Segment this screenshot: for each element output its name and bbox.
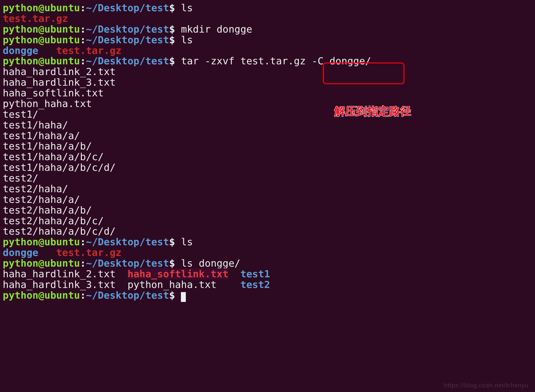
prompt-path: ~/Desktop/test — [86, 55, 169, 67]
terminal-line: python@ubuntu:~/Desktop/test$ mkdir dong… — [3, 24, 532, 35]
terminal-line: haha_softlink.txt — [3, 88, 532, 99]
terminal-line: haha_hardlink_2.txt — [3, 67, 532, 77]
prompt-colon: : — [80, 236, 86, 247]
prompt-path: ~/Desktop/test — [86, 24, 169, 35]
terminal-line: python@ubuntu:~/Desktop/test$ ls — [3, 35, 532, 45]
output-text: test2/haha/a/b/ — [3, 204, 92, 216]
terminal-line: test2/ — [3, 173, 532, 184]
output-text: test2/haha/ — [3, 183, 68, 194]
prompt-dollar: $ — [169, 258, 175, 269]
prompt-dollar: $ — [169, 290, 175, 301]
prompt-user: python@ubuntu — [3, 236, 80, 247]
output-text: test1/haha/a/b/c/ — [3, 151, 104, 162]
terminal-line: test1/haha/a/b/c/ — [3, 152, 532, 162]
prompt-path: ~/Desktop/test — [86, 290, 169, 301]
command-text: ls — [181, 2, 193, 13]
terminal-line: haha_hardlink_2.txt haha_softlink.txt te… — [3, 269, 532, 279]
prompt-path: ~/Desktop/test — [86, 34, 169, 45]
terminal-line: test1/haha/ — [3, 120, 532, 131]
directory-name: test1 — [240, 268, 270, 279]
file-name: haha_hardlink_3.txt — [3, 279, 116, 290]
prompt-path: ~/Desktop/test — [86, 236, 169, 247]
directory-name: test2 — [240, 279, 270, 290]
terminal-line: test1/haha/a/b/ — [3, 141, 532, 152]
file-archive: test.tar.gz — [56, 247, 121, 258]
terminal-line: dongge test.tar.gz — [3, 45, 532, 56]
watermark-label: https://blog.csdn.net/lchenyu — [444, 382, 528, 389]
cursor-icon — [181, 292, 186, 302]
terminal-line: test.tar.gz — [3, 13, 532, 24]
terminal-output[interactable]: python@ubuntu:~/Desktop/test$ lstest.tar… — [0, 0, 535, 304]
terminal-line: test2/haha/a/ — [3, 194, 532, 205]
directory-name: dongge — [3, 45, 38, 56]
terminal-line: test2/haha/ — [3, 184, 532, 194]
command-text: ls — [181, 34, 193, 45]
terminal-line: haha_hardlink_3.txt — [3, 77, 532, 88]
output-text: test2/haha/a/ — [3, 194, 80, 205]
output-text: test1/ — [3, 109, 38, 120]
terminal-line: python@ubuntu:~/Desktop/test$ tar -zxvf … — [3, 56, 532, 67]
terminal-line: python@ubuntu:~/Desktop/test$ ls dongge/ — [3, 258, 532, 269]
terminal-line: python@ubuntu:~/Desktop/test$ ls — [3, 237, 532, 247]
terminal-line: test1/haha/a/ — [3, 131, 532, 141]
prompt-path: ~/Desktop/test — [86, 258, 169, 269]
command-text: mkdir dongge — [181, 24, 252, 35]
file-archive: test.tar.gz — [56, 45, 121, 56]
prompt-colon: : — [80, 2, 86, 13]
prompt-dollar: $ — [169, 34, 175, 45]
terminal-line: haha_hardlink_3.txt python_haha.txt test… — [3, 279, 532, 290]
output-text: haha_softlink.txt — [3, 87, 104, 99]
prompt-colon: : — [80, 55, 86, 67]
output-text: test1/haha/a/b/ — [3, 140, 92, 152]
prompt-user: python@ubuntu — [3, 258, 80, 269]
prompt-colon: : — [80, 24, 86, 35]
prompt-user: python@ubuntu — [3, 2, 80, 13]
output-text: python_haha.txt — [3, 98, 92, 109]
terminal-line: test2/haha/a/b/c/d/ — [3, 226, 532, 237]
file-archive: test.tar.gz — [3, 13, 68, 24]
prompt-colon: : — [80, 290, 86, 301]
prompt-colon: : — [80, 258, 86, 269]
output-text: test2/haha/a/b/c/ — [3, 215, 104, 226]
prompt-user: python@ubuntu — [3, 55, 80, 67]
terminal-line: test2/haha/a/b/ — [3, 205, 532, 216]
command-text: ls — [181, 236, 193, 247]
output-text: test1/haha/a/ — [3, 130, 80, 141]
prompt-dollar: $ — [169, 2, 175, 13]
terminal-line: python@ubuntu:~/Desktop/test$ ls — [3, 3, 532, 13]
output-text: test1/haha/ — [3, 119, 68, 131]
prompt-user: python@ubuntu — [3, 290, 80, 301]
command-text: ls dongge/ — [181, 258, 240, 269]
terminal-line: test1/ — [3, 109, 532, 120]
output-text: test1/haha/a/b/c/d/ — [3, 162, 116, 173]
terminal-line: python_haha.txt — [3, 99, 532, 109]
file-name: python_haha.txt — [127, 279, 217, 290]
terminal-line: test1/haha/a/b/c/d/ — [3, 162, 532, 173]
prompt-dollar: $ — [169, 236, 175, 247]
output-text: haha_hardlink_3.txt — [3, 77, 116, 88]
prompt-user: python@ubuntu — [3, 24, 80, 35]
prompt-user: python@ubuntu — [3, 34, 80, 45]
output-text: test2/ — [3, 172, 38, 184]
terminal-line: test2/haha/a/b/c/ — [3, 216, 532, 226]
terminal-line: python@ubuntu:~/Desktop/test$ — [3, 290, 532, 301]
directory-name: dongge — [3, 247, 38, 258]
output-text: test2/haha/a/b/c/d/ — [3, 226, 116, 237]
terminal-line: dongge test.tar.gz — [3, 247, 532, 258]
prompt-dollar: $ — [169, 55, 175, 67]
file-softlink: haha_softlink.txt — [127, 268, 228, 279]
output-text: haha_hardlink_2.txt — [3, 66, 116, 77]
file-name: haha_hardlink_2.txt — [3, 268, 116, 279]
prompt-dollar: $ — [169, 24, 175, 35]
command-text: tar -zxvf test.tar.gz -C dongge/ — [181, 55, 371, 67]
prompt-path: ~/Desktop/test — [86, 2, 169, 13]
prompt-colon: : — [80, 34, 86, 45]
